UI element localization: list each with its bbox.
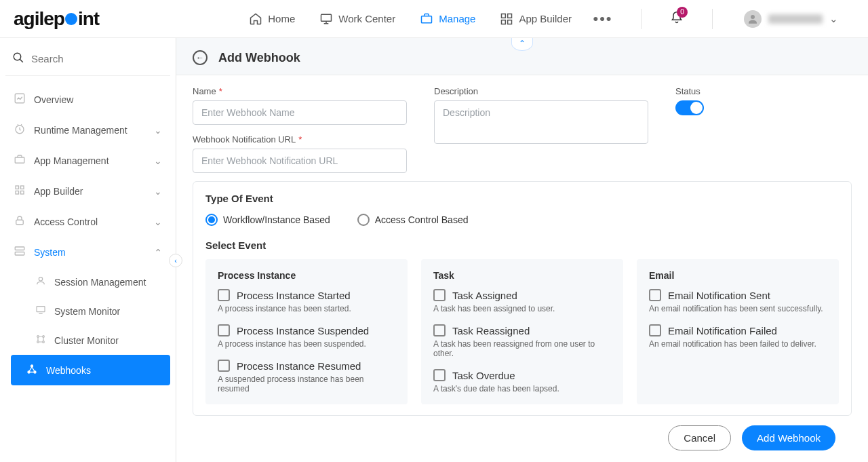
svg-rect-3 bbox=[508, 14, 512, 18]
sidebar-item-access-control[interactable]: Access Control ⌄ bbox=[5, 206, 170, 237]
radio-icon bbox=[205, 214, 218, 226]
event-desc: A process instance has been suspended. bbox=[218, 339, 395, 349]
svg-point-22 bbox=[37, 341, 39, 343]
notifications-button[interactable]: 0 bbox=[670, 11, 684, 27]
svg-point-20 bbox=[37, 336, 39, 338]
sidebar-item-runtime[interactable]: Runtime Management ⌄ bbox=[5, 115, 170, 145]
form: Name* Webhook Notification URL* Descript… bbox=[176, 75, 868, 462]
chevron-down-icon: ⌄ bbox=[154, 125, 162, 136]
checkbox[interactable] bbox=[433, 324, 446, 336]
checkbox[interactable] bbox=[649, 324, 661, 336]
event-grid: Process Instance Process Instance Starte… bbox=[205, 259, 839, 404]
cancel-button[interactable]: Cancel bbox=[668, 425, 731, 450]
name-input[interactable] bbox=[193, 100, 407, 125]
clock-icon bbox=[14, 123, 26, 137]
sidebar-item-app-management[interactable]: App Management ⌄ bbox=[5, 145, 170, 176]
radio-workflow[interactable]: Workflow/Instance Based bbox=[205, 214, 330, 226]
briefcase-icon bbox=[420, 12, 433, 26]
status-toggle[interactable] bbox=[675, 100, 704, 115]
event-item: Task Assigned A task has been assigned t… bbox=[433, 289, 611, 313]
svg-point-26 bbox=[34, 371, 36, 373]
svg-rect-15 bbox=[16, 220, 24, 225]
svg-point-7 bbox=[14, 53, 21, 60]
back-button[interactable]: ← bbox=[193, 50, 208, 65]
event-label: Task Assigned bbox=[452, 290, 517, 301]
sidebar-item-overview[interactable]: Overview bbox=[5, 84, 170, 115]
add-webhook-button[interactable]: Add Webhook bbox=[742, 425, 835, 450]
nav-home[interactable]: Home bbox=[246, 8, 298, 30]
avatar-icon bbox=[744, 10, 762, 28]
event-item: Process Instance Resumed A suspended pro… bbox=[218, 360, 395, 393]
sidebar-item-sysmon[interactable]: System Monitor bbox=[27, 296, 170, 326]
sidebar-label: Cluster Monitor bbox=[54, 335, 119, 346]
chevron-up-icon: ⌄ bbox=[154, 247, 162, 258]
svg-point-18 bbox=[39, 277, 42, 281]
sidebar-label: Overview bbox=[34, 94, 73, 105]
event-item: Email Notification Sent An email notific… bbox=[649, 289, 827, 313]
arrow-left-icon: ← bbox=[196, 53, 204, 62]
svg-rect-13 bbox=[16, 191, 19, 195]
type-label: Type Of Event bbox=[205, 193, 839, 204]
page-title: Add Webhook bbox=[218, 51, 300, 65]
event-desc: An email notification has been sent succ… bbox=[649, 304, 827, 313]
chevron-down-icon: ⌄ bbox=[154, 186, 162, 197]
sidebar-item-cluster[interactable]: Cluster Monitor bbox=[27, 326, 170, 355]
chevron-down-icon: ⌄ bbox=[154, 155, 162, 166]
checkbox[interactable] bbox=[433, 289, 446, 301]
event-col-task: Task Task Assigned A task has been assig… bbox=[421, 259, 623, 404]
logo: agilepint bbox=[14, 8, 99, 30]
svg-rect-17 bbox=[15, 252, 24, 256]
checkbox[interactable] bbox=[218, 289, 230, 301]
checkbox[interactable] bbox=[433, 369, 446, 381]
collapse-sidebar-button[interactable]: ‹ bbox=[169, 254, 182, 267]
lock-icon bbox=[14, 214, 26, 229]
svg-point-25 bbox=[28, 371, 30, 373]
sidebar-item-app-builder[interactable]: App Builder ⌄ bbox=[5, 176, 170, 206]
radio-access-control[interactable]: Access Control Based bbox=[357, 214, 469, 226]
select-event-label: Select Event bbox=[205, 239, 839, 251]
sidebar-search[interactable] bbox=[5, 45, 170, 76]
desc-label: Description bbox=[434, 86, 648, 96]
checkbox[interactable] bbox=[218, 360, 230, 372]
svg-rect-2 bbox=[502, 14, 506, 18]
svg-rect-14 bbox=[21, 191, 24, 195]
event-label: Process Instance Suspended bbox=[237, 325, 369, 336]
search-input[interactable] bbox=[31, 53, 163, 64]
svg-point-21 bbox=[43, 336, 45, 338]
separator bbox=[712, 9, 713, 29]
url-input[interactable] bbox=[193, 149, 407, 173]
description-input[interactable] bbox=[434, 100, 648, 144]
event-col-title: Email bbox=[649, 270, 827, 281]
svg-point-24 bbox=[31, 365, 33, 367]
grid-icon bbox=[500, 12, 513, 26]
checkbox[interactable] bbox=[649, 289, 661, 301]
svg-rect-12 bbox=[21, 186, 24, 189]
nav-label: Home bbox=[268, 13, 295, 24]
nav-app-builder[interactable]: App Builder bbox=[497, 8, 574, 30]
sidebar-label: Access Control bbox=[34, 216, 98, 227]
search-icon bbox=[12, 52, 24, 66]
checkbox[interactable] bbox=[218, 324, 230, 336]
user-menu[interactable]: ⌄ bbox=[741, 6, 841, 32]
svg-rect-0 bbox=[321, 14, 332, 21]
svg-point-6 bbox=[751, 15, 755, 19]
user-name bbox=[768, 14, 823, 24]
nav-manage[interactable]: Manage bbox=[417, 8, 478, 30]
sidebar-item-webhooks[interactable]: Webhooks bbox=[11, 355, 170, 385]
event-label: Email Notification Sent bbox=[668, 290, 770, 301]
event-desc: A process instance has been started. bbox=[218, 304, 395, 313]
event-label: Process Instance Started bbox=[237, 290, 351, 301]
url-label: Webhook Notification URL* bbox=[193, 134, 407, 145]
content-area: ⌃ ← Add Webhook Name* Webhook Notificati… bbox=[176, 38, 868, 462]
svg-rect-4 bbox=[502, 20, 506, 24]
svg-rect-10 bbox=[15, 157, 24, 163]
nav-work-center[interactable]: Work Center bbox=[317, 8, 398, 30]
sidebar-item-session[interactable]: Session Management bbox=[27, 267, 170, 296]
sidebar-label: System bbox=[34, 247, 66, 258]
event-label: Email Notification Failed bbox=[668, 325, 777, 336]
user-icon bbox=[35, 275, 46, 288]
sidebar-item-system[interactable]: System ⌄ bbox=[5, 237, 170, 267]
event-item: Task Overdue A task's due date has been … bbox=[433, 369, 611, 393]
sidebar-label: App Management bbox=[34, 155, 109, 166]
nav-more[interactable]: ••• bbox=[593, 8, 612, 30]
